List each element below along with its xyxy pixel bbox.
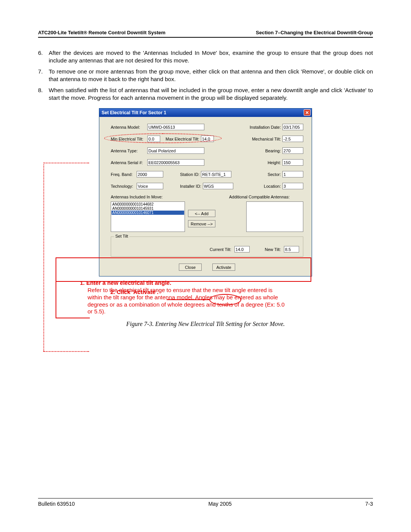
- close-icon[interactable]: ✕: [304, 109, 311, 116]
- field-freq[interactable]: 2000: [137, 171, 163, 177]
- add-button[interactable]: <-- Add: [188, 210, 215, 217]
- field-bearing[interactable]: 270: [282, 147, 303, 154]
- callout-2: 2. Click 'Activate'.: [110, 289, 158, 295]
- label-bearing: Bearing:: [265, 149, 281, 153]
- activate-highlight-ellipse: [209, 294, 241, 305]
- header-left: ATC200-Lite Teletilt® Remote Control Dow…: [38, 30, 166, 35]
- field-height[interactable]: 150: [282, 159, 303, 166]
- label-new-tilt: New Tilt:: [265, 247, 281, 252]
- label-station: Station ID:: [180, 172, 199, 177]
- dotted-leader-bottom: [43, 351, 89, 352]
- field-mech-tilt[interactable]: -2.5: [282, 136, 303, 142]
- field-sector[interactable]: 1: [282, 171, 303, 177]
- list-item[interactable]: AN00000000010144682: [112, 202, 184, 206]
- title-bar: Set Electrical Tilt For Sector 1 ✕: [99, 109, 312, 117]
- label-serial: Antenna Serial #:: [111, 160, 146, 165]
- label-install-date: Installation Date:: [250, 125, 281, 129]
- label-freq: Freq. Band:: [111, 172, 135, 177]
- label-antenna-type: Antenna Type:: [111, 149, 146, 153]
- header-right: Section 7–Changing the Electrical Downti…: [256, 30, 373, 35]
- field-station[interactable]: RET-SITE_1: [201, 171, 231, 177]
- figure-caption: Figure 7-3. Entering New Electrical Tilt…: [38, 321, 373, 328]
- field-new-tilt[interactable]: 8.5: [284, 246, 299, 252]
- dotted-leader-vertical: [43, 163, 44, 351]
- callout-1-connector-v: [56, 282, 56, 318]
- new-tilt-highlight-box: [56, 257, 311, 282]
- remove-button[interactable]: Remove -->: [188, 220, 215, 227]
- step-8-num: 8.: [38, 86, 49, 101]
- callout-2-connector: [167, 299, 209, 300]
- step-6-text: After the devices are moved to the 'Ante…: [49, 49, 373, 64]
- step-7-text: To remove one or more antennas from the …: [49, 68, 373, 83]
- listbox-compatible[interactable]: [246, 201, 303, 232]
- dotted-leader-top: [43, 163, 89, 163]
- label-mech-tilt: Mechanical Tilt:: [252, 137, 281, 141]
- label-sector: Sector:: [268, 172, 281, 177]
- dialog-window: Set Electrical Tilt For Sector 1 ✕ Anten…: [99, 108, 312, 276]
- field-current-tilt: 14.0: [234, 246, 250, 252]
- field-antenna-model[interactable]: UMWD-06513: [147, 124, 204, 130]
- label-location: Location:: [264, 184, 281, 189]
- label-compatible-list: Additional Compatible Antennas:: [229, 195, 303, 199]
- label-included-list: Antennas Included In Move:: [111, 195, 187, 199]
- list-item-selected[interactable]: AN00000000010146071: [112, 211, 184, 215]
- step-6-num: 6.: [38, 49, 49, 64]
- tilt-range-highlight-ellipse: [104, 133, 222, 143]
- dialog-title: Set Electrical Tilt For Sector 1: [102, 110, 166, 115]
- label-tech: Technology:: [111, 184, 135, 189]
- footer-right: 7-3: [365, 501, 373, 507]
- field-tech[interactable]: Voice: [137, 183, 163, 189]
- step-list: 6. After the devices are moved to the 'A…: [38, 49, 373, 101]
- label-current-tilt: Current Tilt:: [210, 247, 231, 252]
- page-footer: Bulletin 639510 May 2005 7-3: [38, 498, 373, 507]
- field-install-date[interactable]: 03/17/05: [282, 124, 303, 130]
- field-serial[interactable]: EE02200005563: [147, 159, 204, 166]
- footer-center: May 2005: [208, 501, 231, 507]
- field-antenna-type[interactable]: Dual Polarized: [147, 147, 204, 154]
- set-tilt-legend: Set Tilt: [114, 234, 129, 238]
- list-item[interactable]: AN00000000010145931: [112, 206, 184, 211]
- footer-left: Bulletin 639510: [38, 501, 75, 507]
- label-antenna-model: Antenna Model:: [111, 125, 146, 129]
- listbox-included[interactable]: AN00000000010144682 AN00000000010145931 …: [111, 201, 185, 232]
- callout-1-connector-h: [56, 318, 90, 318]
- step-8-text: When satisfied with the list of antennas…: [49, 86, 373, 101]
- field-installer[interactable]: WGS: [203, 183, 233, 189]
- label-height: Height:: [268, 160, 281, 165]
- set-tilt-group: Set Tilt Current Tilt: 14.0 New Tilt: 8.…: [111, 236, 303, 257]
- field-location[interactable]: 3: [282, 183, 303, 189]
- page-header: ATC200-Lite Teletilt® Remote Control Dow…: [38, 30, 373, 38]
- step-7-num: 7.: [38, 68, 49, 83]
- label-installer: Installer ID:: [180, 184, 201, 189]
